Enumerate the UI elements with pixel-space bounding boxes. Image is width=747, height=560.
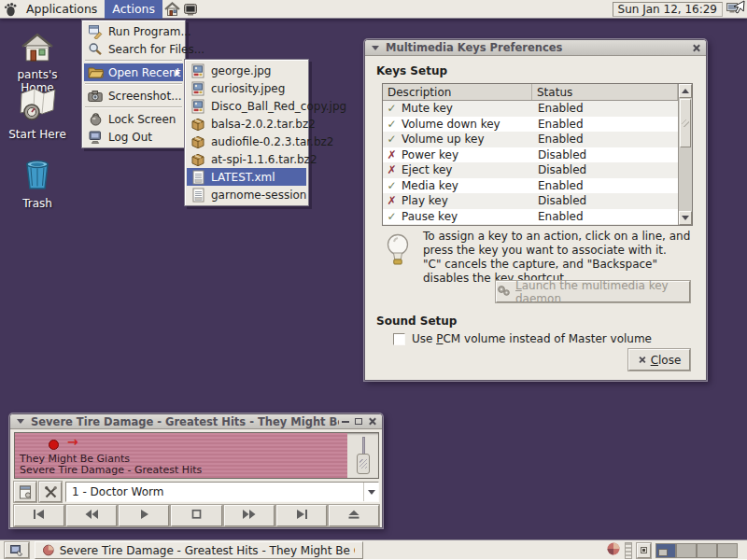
close-button[interactable]: Close <box>628 349 690 371</box>
close-x-icon <box>638 356 645 363</box>
rewind-button[interactable] <box>66 505 117 526</box>
stop-button[interactable] <box>171 505 221 526</box>
desktop-icon-label: Start Here <box>0 128 75 141</box>
menu-item-label: Run Program... <box>108 25 191 38</box>
column-description[interactable]: Description <box>383 84 532 100</box>
workspace-4[interactable] <box>717 543 738 558</box>
keys-table[interactable]: Description Status ✓Mute keyEnabled✓Volu… <box>382 83 693 226</box>
home-launcher-icon[interactable] <box>162 0 181 19</box>
recent-item-garnome-session[interactable]: garnome-session <box>187 186 306 203</box>
workspace-1[interactable] <box>655 543 676 558</box>
recent-item-george-jpg[interactable]: george.jpg <box>187 62 306 79</box>
menu-separator <box>85 60 182 62</box>
playlist-button[interactable] <box>14 482 36 502</box>
key-status: Enabled <box>532 133 678 146</box>
workspace-3[interactable] <box>697 543 717 558</box>
key-row-volume-up-key[interactable]: ✓Volume up keyEnabled <box>383 132 678 147</box>
terminal-launcher-icon[interactable] <box>181 0 200 19</box>
key-row-pause-key[interactable]: ✓Pause keyEnabled <box>383 209 678 225</box>
recent-item-curiosity-jpeg[interactable]: curiosity.jpeg <box>187 79 306 97</box>
key-row-media-key[interactable]: ✓Media keyEnabled <box>383 178 678 194</box>
menu-item-log-out[interactable]: Log Out <box>84 128 183 146</box>
maximize-button[interactable] <box>352 415 365 427</box>
scroll-down-button[interactable] <box>679 211 692 225</box>
package-icon <box>190 117 206 132</box>
key-row[interactable]: ✓ <box>383 224 678 225</box>
menu-item-open-recent[interactable]: Open Recent <box>84 63 183 81</box>
pager-applet-button[interactable] <box>637 543 651 558</box>
menu-item-label: Lock Screen <box>108 113 176 126</box>
recent-item-balsa-2-0-2-tar-bz2[interactable]: balsa-2.0.2.tar.bz2 <box>187 115 306 133</box>
show-desktop-button[interactable] <box>5 542 29 558</box>
key-row-volume-down-key[interactable]: ✓Volume down keyEnabled <box>383 117 678 133</box>
menu-item-label: Screenshot... <box>108 90 182 103</box>
key-row-eject-key[interactable]: ✗Eject keyDisabled <box>383 162 678 178</box>
desktop-icon-start-here[interactable]: Start Here <box>0 86 75 141</box>
player-titlebar[interactable]: Severe Tire Damage - Greatest Hits - The… <box>10 414 382 429</box>
dialog-titlebar[interactable]: Multimedia Keys Preferences <box>365 40 706 56</box>
notification-app-icon[interactable] <box>607 542 620 558</box>
scroll-up-button[interactable] <box>679 84 692 98</box>
applet-drag-handle[interactable] <box>625 542 632 559</box>
recent-item-audiofile-0-2-3-tar-bz2[interactable]: audiofile-0.2.3.tar.bz2 <box>187 133 306 150</box>
menu-item-run-program[interactable]: Run Program... <box>84 22 183 40</box>
scrollbar-thumb[interactable] <box>680 99 691 147</box>
task-app-icon <box>43 544 54 556</box>
volume-thumb[interactable] <box>357 454 370 474</box>
key-row-play-key[interactable]: ✗Play keyDisabled <box>383 193 678 209</box>
pcm-volume-checkbox[interactable] <box>393 333 405 345</box>
minimize-button[interactable] <box>339 415 352 427</box>
table-scrollbar[interactable] <box>678 84 692 225</box>
play-button[interactable] <box>119 505 169 526</box>
fast-forward-button[interactable] <box>224 505 275 526</box>
logout-icon <box>87 130 104 145</box>
menu-item-lock-screen[interactable]: Lock Screen <box>84 110 183 128</box>
window-menu-button[interactable] <box>369 42 382 54</box>
desktop-icon-home[interactable]: pants's Home <box>0 32 75 94</box>
launch-daemon-button[interactable]: Launch the multimedia key daemon <box>496 281 690 302</box>
music-player-window: Severe Tire Damage - Greatest Hits - The… <box>9 413 383 528</box>
actions-menu-button[interactable]: Actions <box>105 0 162 19</box>
now-playing-screen: → They Might Be Giants Severe Tire Damag… <box>15 433 347 478</box>
recent-item-at-spi-1-1-6-tar-bz2[interactable]: at-spi-1.1.6.tar.bz2 <box>187 150 306 168</box>
home-folder-icon <box>19 32 56 63</box>
menu-item-label: audiofile-0.2.3.tar.bz2 <box>211 135 333 148</box>
next-button[interactable] <box>276 505 327 526</box>
menu-item-label: Disco_Ball_Red_copy.jpg <box>211 100 346 113</box>
gnome-foot-icon[interactable] <box>0 0 19 19</box>
play-arrow-icon: → <box>67 434 78 449</box>
image-file-icon <box>190 99 206 114</box>
table-header[interactable]: Description Status <box>383 84 678 101</box>
eject-button[interactable] <box>329 505 379 526</box>
pcm-volume-label[interactable]: Use PCM volume instead of Master volume <box>412 332 652 345</box>
disabled-cross-icon: ✗ <box>387 194 397 207</box>
combo-dropdown-button[interactable] <box>363 483 378 501</box>
recent-item-disco-ball-red-copy-jpg[interactable]: Disco_Ball_Red_copy.jpg <box>187 97 306 115</box>
clock[interactable]: Sun Jan 12, 16:29 <box>613 2 723 17</box>
key-description: Play key <box>402 194 448 207</box>
key-row-power-key[interactable]: ✗Power keyDisabled <box>383 147 678 163</box>
workspace-pager[interactable] <box>655 543 738 558</box>
arrow-down-icon <box>682 216 689 220</box>
key-row-mute-key[interactable]: ✓Mute keyEnabled <box>383 101 678 117</box>
applications-menu[interactable]: Applications <box>19 2 105 16</box>
menu-item-search-for-files[interactable]: Search for Files... <box>84 40 183 58</box>
close-window-button[interactable] <box>365 415 378 427</box>
workspace-2[interactable] <box>676 543 697 558</box>
record-dot-icon <box>49 440 59 450</box>
window-menu-button[interactable] <box>14 415 27 427</box>
close-window-button[interactable] <box>689 42 702 54</box>
actions-menu: Run Program...Search for Files...Open Re… <box>81 20 186 148</box>
desktop-icon-trash[interactable]: Trash <box>0 157 75 210</box>
previous-button[interactable] <box>14 505 64 526</box>
volume-slider[interactable] <box>347 433 378 478</box>
minimize-icon <box>342 421 349 423</box>
settings-button[interactable] <box>39 482 62 502</box>
menu-item-screenshot[interactable]: Screenshot... <box>84 87 183 105</box>
column-status[interactable]: Status <box>532 84 678 100</box>
recent-item-latest-xml[interactable]: LATEST.xml <box>187 168 306 186</box>
track-combo[interactable]: 1 - Doctor Worm <box>65 482 379 502</box>
album-line: Severe Tire Damage - Greatest Hits <box>20 464 202 476</box>
task-button[interactable]: Severe Tire Damage - Greatest Hits - The… <box>35 541 363 559</box>
key-description: Power key <box>402 148 458 161</box>
